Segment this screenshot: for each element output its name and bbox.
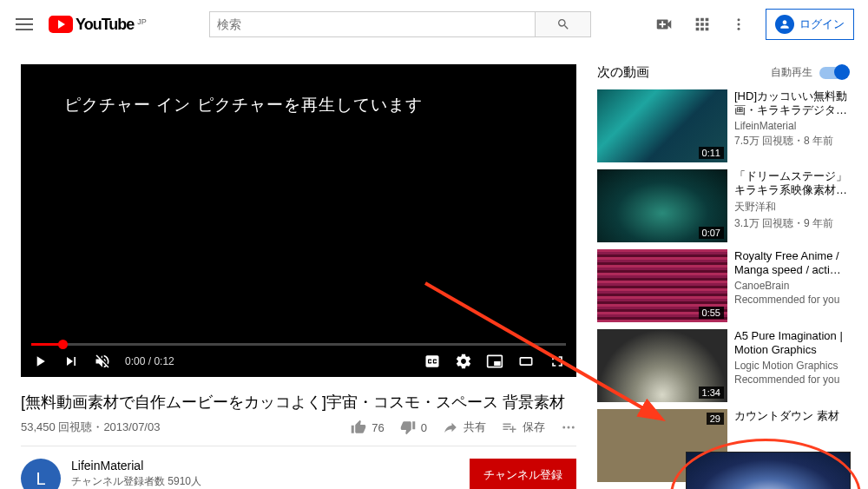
sidebar: 次の動画 自動再生 0:11 [HD]カッコいい無料動画・キラキラデジタル背景素… [597,64,847,489]
fullscreen-icon[interactable] [549,353,566,370]
recommendation-item[interactable]: 0:55 Royalty Free Anime / Manga speed / … [597,249,847,322]
svg-point-5 [572,426,575,429]
save-button[interactable]: 保存 [502,420,545,435]
thumbnail: 1:34 [597,329,727,402]
video-stats: 53,450 回視聴・2013/07/03 [21,420,160,435]
recommendation-item[interactable]: 0:11 [HD]カッコいい無料動画・キラキラデジタル背景素材！free…Lif… [597,89,847,162]
miniplayer-icon[interactable] [486,353,503,370]
thumb-up-icon [351,420,366,435]
topbar-right: ログイン [654,9,854,40]
recommendation-item[interactable]: 1:34 A5 Pure Imagination | Motion Graphi… [597,329,847,402]
subtitle-icon[interactable] [424,353,441,370]
more-button[interactable] [561,420,576,435]
content: ピクチャー イン ピクチャーを再生しています 0:00 / 0:12 [0,49,868,489]
svg-point-0 [738,18,740,21]
login-label: ログイン [799,17,845,32]
time-display: 0:00 / 0:12 [125,355,174,367]
video-meta-row: 53,450 回視聴・2013/07/03 76 0 共有 保存 [21,420,576,446]
channel-subscribers: チャンネル登録者数 5910人 [71,474,459,489]
mute-icon[interactable] [94,353,111,370]
autoplay-toggle[interactable] [819,67,847,79]
video-title: [無料動画素材で自作ムービーをカッコよく]宇宙・コスモ・スペース 背景素材 [21,393,576,413]
logo-region: JP [137,17,147,26]
thumb-down-icon [400,420,416,435]
recommendation-item[interactable]: 0:07 「ドリームステージ」キラキラ系映像素材SDビデオ編集素材54天野洋和3… [597,169,847,242]
playlist-add-icon [502,420,517,435]
main-column: ピクチャー イン ピクチャーを再生しています 0:00 / 0:12 [21,64,576,489]
thumbnail: 0:11 [597,89,727,162]
topbar-left: YouTube JP [14,14,147,35]
svg-point-2 [738,28,740,30]
search-button[interactable] [536,11,591,37]
search-input[interactable] [209,11,536,37]
login-button[interactable]: ログイン [766,9,854,40]
svg-point-4 [568,426,570,429]
autoplay-control: 自動再生 [771,65,847,80]
settings-icon[interactable] [731,15,746,34]
search-form [209,11,591,37]
subscribe-button[interactable]: チャンネル登録 [470,459,576,489]
apps-icon[interactable] [693,15,712,34]
thumbnail: 0:55 [597,249,727,322]
dislike-button[interactable]: 0 [400,420,427,435]
channel-row: L LifeinMaterial チャンネル登録者数 5910人 チャンネル登録 [21,446,576,489]
logo-text: YouTube [76,16,134,34]
menu-icon[interactable] [14,14,35,35]
like-button[interactable]: 76 [351,420,384,435]
upnext-title: 次の動画 [597,64,649,81]
thumbnail: 0:07 [597,169,727,242]
player-controls: 0:00 / 0:12 [21,346,576,377]
play-icon[interactable] [31,353,49,370]
search-icon [556,17,570,31]
user-icon [775,15,794,34]
share-button[interactable]: 共有 [443,420,486,435]
more-horizontal-icon [561,420,576,435]
pip-overlay[interactable] [686,452,851,489]
create-video-icon[interactable] [654,15,674,34]
youtube-logo[interactable]: YouTube JP [49,16,147,34]
video-player[interactable]: ピクチャー イン ピクチャーを再生しています 0:00 / 0:12 [21,64,576,377]
topbar: YouTube JP ログイン [0,0,868,49]
avatar[interactable]: L [21,459,61,489]
pip-message: ピクチャー イン ピクチャーを再生しています [64,94,423,116]
share-icon [443,420,458,435]
youtube-play-icon [49,16,73,33]
autoplay-label: 自動再生 [771,65,812,80]
gear-icon[interactable] [455,353,472,370]
next-icon[interactable] [62,353,80,370]
svg-point-1 [738,23,740,26]
channel-name[interactable]: LifeinMaterial [71,459,459,472]
svg-point-3 [562,426,565,429]
theater-icon[interactable] [517,353,535,370]
